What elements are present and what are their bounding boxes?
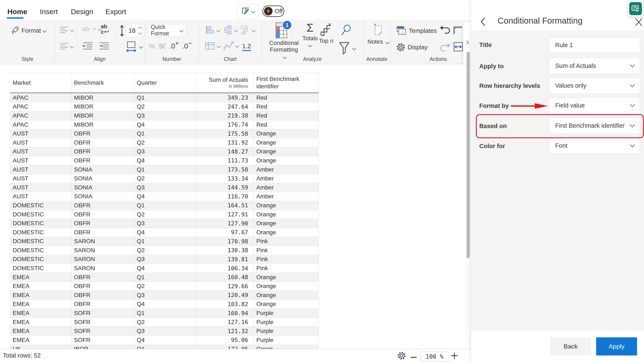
table-row[interactable]: EMEAOBFRQ2129.66Orange	[10, 282, 318, 291]
table-row[interactable]: DOMESTICSARONQ3139.81Pink	[10, 255, 318, 264]
chevron-down-icon	[217, 44, 220, 48]
table-row[interactable]: DOMESTICOBFRQ497.67Orange	[10, 228, 318, 237]
gantt-chart-type-button[interactable]	[240, 25, 255, 35]
zoom-level-field[interactable]: 100 %	[420, 352, 449, 361]
apply-to-dropdown[interactable]: Sum of Actuals	[549, 58, 640, 74]
redo-button[interactable]	[440, 42, 450, 54]
table-row[interactable]: EMEASOFRQ495.06Purple	[10, 336, 318, 345]
floating-widget[interactable]	[628, 0, 643, 17]
column-header-benchmark[interactable]: Benchmark	[72, 73, 134, 92]
table-row[interactable]: DOMESTICSARONQ4106.34Pink	[10, 264, 318, 273]
filter-button[interactable]	[339, 42, 356, 55]
bar-chart-type-button[interactable]	[205, 25, 220, 35]
format-painter-button[interactable]: Format	[10, 24, 46, 37]
table-row[interactable]: EMEAOBFRQ4103.82Orange	[10, 300, 318, 309]
top-n-button[interactable]: Top n	[317, 23, 335, 44]
back-button[interactable]: Back	[550, 337, 591, 356]
indent-decrease-button[interactable]	[83, 42, 93, 52]
table-row[interactable]: AUSTOBFRQ3148.27Orange	[10, 147, 318, 156]
table-row[interactable]: APACMIBORQ3219.38Red	[10, 111, 318, 120]
table-cell: DOMESTIC	[10, 210, 72, 219]
tab-insert[interactable]: Insert	[40, 7, 58, 16]
table-row[interactable]: EMEAOBFRQ1160.48Orange	[10, 273, 318, 282]
column-header-market[interactable]: Market	[10, 73, 72, 92]
tab-design[interactable]: Design	[71, 7, 93, 16]
table-row[interactable]: EMEASOFRQ2127.16Purple	[10, 318, 318, 327]
table-row[interactable]: AUSTSONIAQ4116.70Amber	[10, 192, 318, 201]
table-row[interactable]: AUSTOBFRQ2131.92Orange	[10, 138, 318, 147]
table-row[interactable]: DOMESTICSARONQ1170.98Pink	[10, 237, 318, 246]
pivot-table[interactable]: Market Benchmark Quarter Sum of Actuals …	[10, 73, 319, 349]
hierarchy-chart-type-button[interactable]	[223, 25, 237, 35]
borders-button[interactable]	[126, 40, 142, 53]
decimals-button[interactable]: 1.2	[242, 42, 251, 51]
table-row[interactable]: AUSTSONIAQ2133.34Amber	[10, 174, 318, 183]
add-decimal-button[interactable]: .0+	[169, 41, 178, 50]
stepper-arrows[interactable]	[139, 27, 142, 34]
table-row[interactable]: DOMESTICOBFRQ3127.90Orange	[10, 219, 318, 228]
text-direction-button[interactable]: ab	[82, 25, 101, 32]
horizontal-align-button[interactable]	[60, 26, 74, 34]
table-row[interactable]: APACMIBORQ1349.23Red	[10, 93, 318, 102]
table-row[interactable]: AUSTOBFRQ1175.58Orange	[10, 129, 318, 138]
quick-format-dropdown[interactable]: Quick Format	[148, 24, 186, 37]
vertical-align-button[interactable]	[60, 42, 74, 50]
currency-format-button[interactable]: $€	[159, 42, 166, 50]
based-on-dropdown[interactable]: First Benchmark identifier	[549, 118, 640, 134]
table-cell: Amber	[254, 192, 318, 201]
search-button[interactable]	[341, 24, 352, 40]
table-row[interactable]: EMEASOFRQ1160.94Purple	[10, 309, 318, 318]
edit-mode-button[interactable]	[237, 4, 258, 18]
table-row[interactable]: AUSTOBFRQ4111.73Orange	[10, 156, 318, 165]
apply-button[interactable]: Apply	[596, 337, 637, 356]
table-row[interactable]: EMEAOBFRQ3120.49Orange	[10, 291, 318, 300]
zoom-in-button[interactable]	[451, 353, 458, 360]
table-row[interactable]: UKIBORQ1172.05Green	[10, 345, 318, 349]
tab-export[interactable]: Export	[106, 7, 126, 16]
indent-increase-button[interactable]	[99, 42, 109, 52]
tab-home[interactable]: Home	[8, 7, 27, 16]
column-header-first-benchmark-identifier[interactable]: First Benchmark identifier	[254, 73, 318, 92]
wrap-text-button[interactable]: ab c	[101, 24, 109, 34]
auto-update-toggle[interactable]: Off	[262, 5, 284, 17]
undo-button[interactable]	[440, 25, 450, 36]
remove-decimal-button[interactable]: .0−	[182, 41, 192, 50]
line-chart-button[interactable]	[223, 41, 238, 51]
table-cell: Amber	[254, 165, 318, 174]
font-size-stepper[interactable]: 18	[126, 24, 144, 37]
table-cell: Purple	[254, 309, 318, 318]
table-row[interactable]: DOMESTICOBFRQ2127.91Orange	[10, 210, 318, 219]
ruler-button[interactable]	[453, 25, 462, 36]
table-row[interactable]: AUSTSONIAQ1173.58Amber	[10, 165, 318, 174]
table-settings-button[interactable]	[397, 351, 406, 361]
percent-format-button[interactable]: %	[149, 42, 155, 50]
close-button[interactable]	[635, 18, 642, 27]
format-by-dropdown[interactable]: Field value	[549, 97, 640, 114]
table-row[interactable]: AUSTSONIAQ3144.59Amber	[10, 183, 318, 192]
templates-button[interactable]: Templates	[396, 26, 437, 36]
table-row[interactable]: APACMIBORQ4176.74Red	[10, 120, 318, 129]
table-row[interactable]: APACMIBORQ2247.64Red	[10, 102, 318, 111]
zoom-out-button[interactable]	[411, 355, 416, 359]
table-cell: OBFR	[72, 138, 134, 147]
column-header-sum-of-actuals[interactable]: Sum of Actuals in Millions	[196, 73, 254, 92]
column-header-quarter[interactable]: Quarter	[134, 73, 196, 92]
resize-button[interactable]	[453, 42, 463, 53]
table-view-button[interactable]	[205, 42, 220, 50]
row-hierarchy-levels-dropdown[interactable]: Values only	[549, 78, 640, 94]
table-row[interactable]: DOMESTICSARONQ2130.38Pink	[10, 246, 318, 255]
table-row[interactable]: EMEASOFRQ3121.32Purple	[10, 327, 318, 336]
table-cell: SONIA	[72, 192, 134, 201]
conditional-formatting-button[interactable]: 1 Conditional Formatting	[276, 22, 301, 60]
scrollbar-thumb[interactable]	[466, 52, 470, 258]
table-row[interactable]: DOMESTICOBFRQ1164.51Orange	[10, 201, 318, 210]
totals-button[interactable]: Σ Totals	[302, 22, 318, 47]
back-chevron-button[interactable]	[480, 17, 485, 27]
table-cell: Orange	[254, 210, 318, 219]
notes-button[interactable]: Notes	[367, 23, 390, 45]
display-button[interactable]: Display	[396, 42, 428, 52]
table-cell: Orange	[254, 147, 318, 156]
title-input[interactable]: Rule 1	[549, 37, 640, 53]
table-cell: 175.58	[196, 129, 254, 138]
color-for-dropdown[interactable]: Font	[549, 138, 640, 154]
